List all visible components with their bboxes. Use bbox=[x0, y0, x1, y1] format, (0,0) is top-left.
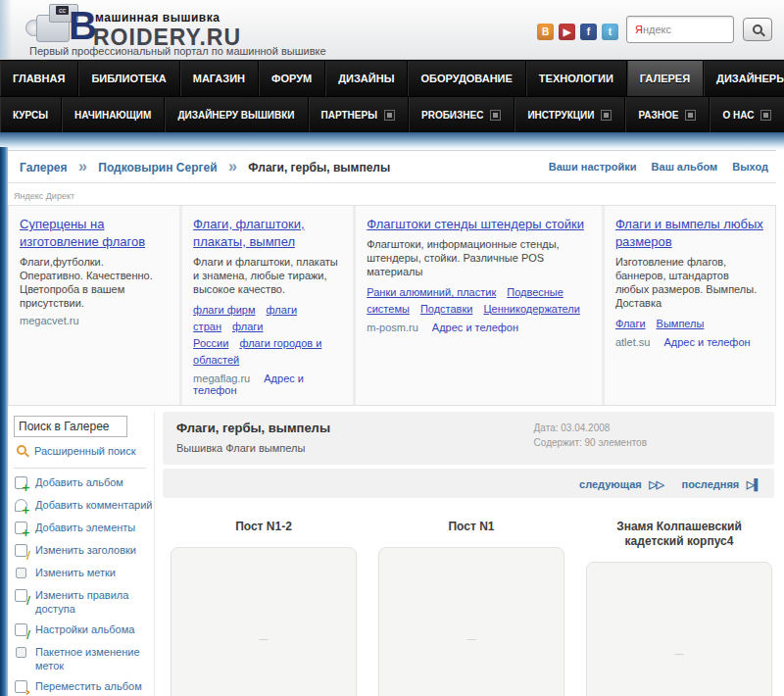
ad-title-link[interactable]: Флаги, флагштоки, плакаты, вымпел bbox=[193, 217, 305, 249]
yandex-search-input[interactable]: Яндекс bbox=[626, 16, 734, 43]
sidebar-menu-link[interactable]: Добавить комментарий bbox=[35, 498, 152, 512]
ad-body-text: Изготовление флагов, баннеров, штандарто… bbox=[615, 255, 764, 310]
sidebar-menu-item[interactable]: Переместить альбом bbox=[14, 679, 154, 695]
edit-labels-icon bbox=[14, 566, 30, 581]
gallery-item-title[interactable]: Пост N1-2 bbox=[171, 520, 357, 534]
sidebar-menu-item[interactable]: Настройки альбома bbox=[14, 622, 154, 638]
user-link[interactable]: Ваш альбом bbox=[652, 161, 718, 173]
ads-row: Суперцены на изготовление флагов Флаги,ф… bbox=[8, 205, 776, 406]
ad-sublink[interactable]: флаги фирм bbox=[193, 304, 255, 316]
ad-sublink[interactable]: Подставки bbox=[420, 303, 473, 315]
gallery-item-thumbnail[interactable]: — bbox=[586, 562, 772, 696]
breadcrumb-item[interactable]: Подковырин Сергей bbox=[94, 158, 244, 174]
last-page-link[interactable]: последняя bbox=[682, 478, 740, 490]
breadcrumb-item[interactable]: Галерея bbox=[20, 158, 94, 174]
user-link[interactable]: Ваши настройки bbox=[549, 161, 637, 173]
nav-item[interactable]: БИБЛИОТЕКА bbox=[78, 61, 179, 96]
ad-domain[interactable]: atlet.su bbox=[615, 336, 650, 348]
nav-item-label: ГАЛЕРЕЯ bbox=[640, 73, 690, 84]
ad-contact-link[interactable]: Адрес и телефон bbox=[432, 322, 518, 333]
twitter-icon[interactable]: t bbox=[602, 24, 618, 40]
gallery-item-title[interactable]: Знамя Колпашевский кадетский корпус4 bbox=[586, 520, 772, 549]
nav-item[interactable]: ДИЗАЙНЕРУ ВЫШИВКИ bbox=[165, 97, 308, 132]
youtube-icon[interactable]: ▶ bbox=[559, 24, 575, 40]
sidebar-menu-link[interactable]: Добавить альбом bbox=[35, 475, 123, 489]
page-content: Галерея Подковырин Сергей Флаги, гербы, … bbox=[8, 150, 776, 696]
edit-access-icon bbox=[14, 588, 30, 604]
nav-item[interactable]: НАЧИНАЮЩИМ bbox=[62, 97, 165, 132]
sidebar-menu-link[interactable]: Переместить альбом bbox=[35, 679, 142, 693]
ad-sublinks: флаги фирмфлаги странфлаги Россиифлаги г… bbox=[193, 301, 342, 368]
nav-item[interactable]: ОБОРУДОВАНИЕ bbox=[408, 61, 525, 96]
yandex-direct-label[interactable]: Яндекс Директ bbox=[8, 183, 776, 205]
sidebar-menu-item[interactable]: Добавить элементы bbox=[14, 521, 154, 536]
ad-domain[interactable]: megacvet.ru bbox=[20, 315, 79, 326]
sidebar-menu-link[interactable]: Добавить элементы bbox=[35, 521, 135, 534]
gallery-search-input[interactable] bbox=[14, 416, 127, 437]
sidebar-menu-item[interactable]: Добавить комментарий bbox=[14, 498, 154, 514]
ad-title-link[interactable]: Флаги и вымпелы любых размеров bbox=[615, 217, 763, 249]
sidebar-menu-link[interactable]: Изменить заголовки bbox=[35, 543, 136, 557]
ad-title-link[interactable]: Суперцены на изготовление флагов bbox=[20, 217, 145, 249]
nav-item-label: МАГАЗИН bbox=[193, 73, 245, 84]
gallery-item-thumbnail[interactable]: — bbox=[378, 547, 564, 696]
ad-sublink[interactable]: Флаги bbox=[615, 318, 646, 329]
user-links: Ваши настройкиВаш альбомВыход bbox=[549, 161, 768, 173]
breadcrumb-item-label: Подковырин Сергей bbox=[98, 161, 217, 174]
ad-block: Флаги, флагштоки, плакаты, вымпел Флаги … bbox=[182, 206, 353, 405]
sidebar-menu-link[interactable]: Пакетное изменение меток bbox=[35, 645, 154, 672]
nav-item[interactable]: ДИЗАЙНЕРЫ bbox=[704, 61, 784, 96]
ad-domain[interactable]: m-posm.ru bbox=[367, 322, 418, 333]
ad-sublink[interactable]: Ранки алюминий, пластик bbox=[367, 286, 496, 298]
advanced-search-link[interactable]: Расширенный поиск bbox=[34, 445, 136, 457]
gallery-item-title[interactable]: Пост N1 bbox=[378, 520, 564, 534]
add-elements-icon bbox=[14, 521, 30, 536]
nav-item[interactable]: ПАРТНЕРЫ bbox=[309, 97, 409, 132]
nav-item[interactable]: ФОРУМ bbox=[259, 61, 325, 96]
ad-title-link[interactable]: Флагштоки стенды штендеры стойки bbox=[367, 217, 584, 231]
sidebar-menu-item[interactable]: Пакетное изменение меток bbox=[14, 645, 154, 672]
sidebar-menu-item[interactable]: Добавить альбом bbox=[14, 475, 154, 491]
next-page-link[interactable]: следующая bbox=[579, 478, 642, 490]
user-link[interactable]: Выход bbox=[732, 161, 768, 173]
ad-contact-link[interactable]: Адрес и телефон bbox=[663, 336, 750, 348]
nav-item[interactable]: ИНСТРУКЦИИ bbox=[514, 97, 625, 132]
sidebar-menu-link[interactable]: Изменить метки bbox=[35, 566, 116, 579]
nav-item[interactable]: ГАЛЕРЕЯ bbox=[627, 61, 704, 96]
yandex-search-button[interactable] bbox=[743, 18, 772, 41]
dropdown-icon bbox=[601, 110, 612, 121]
nav-item[interactable]: ТЕХНОЛОГИИ bbox=[526, 61, 627, 96]
sidebar-menu-link[interactable]: Настройки альбома bbox=[35, 622, 134, 636]
nav-item[interactable]: ГЛАВНАЯ bbox=[0, 61, 78, 96]
breadcrumb-bar: Галерея Подковырин Сергей Флаги, гербы, … bbox=[8, 150, 776, 183]
sidebar-menu-item[interactable]: Изменить правила доступа bbox=[14, 588, 154, 616]
yandex-search: Яндекс bbox=[626, 16, 772, 43]
nav-item-label: ПАРТНЕРЫ bbox=[321, 110, 377, 121]
facebook-icon[interactable]: f bbox=[580, 24, 597, 40]
ad-footer: m-posm.ru Адрес и телефон bbox=[367, 322, 591, 333]
sidebar-menu-item[interactable]: Изменить заголовки bbox=[14, 543, 154, 559]
edit-titles-icon bbox=[14, 543, 30, 559]
blogger-icon[interactable]: B bbox=[537, 24, 554, 40]
last-page-icon[interactable]: ▷▌ bbox=[747, 478, 760, 490]
ad-block: Суперцены на изготовление флагов Флаги,ф… bbox=[9, 206, 179, 405]
nav-item[interactable]: ДИЗАЙНЫ bbox=[325, 61, 408, 96]
gallery-item-thumbnail[interactable]: — bbox=[171, 547, 357, 696]
nav-item[interactable]: О НАС bbox=[710, 97, 784, 132]
ad-sublink[interactable]: Ценникодержатели bbox=[483, 303, 579, 315]
sidebar-menu-link[interactable]: Изменить правила доступа bbox=[35, 588, 154, 616]
nav-item[interactable]: PROБИЗНЕС bbox=[409, 97, 514, 132]
site-tagline: Первый профессиональный портал по машинн… bbox=[29, 45, 326, 57]
sidebar-menu-item[interactable]: Изменить метки bbox=[14, 566, 154, 581]
logo-subtitle: машинная вышивка bbox=[95, 11, 220, 25]
next-page-icon[interactable]: ▷▷ bbox=[649, 478, 663, 490]
nav-item[interactable]: КУРСЫ bbox=[0, 97, 62, 132]
nav-item[interactable]: МАГАЗИН bbox=[180, 61, 259, 96]
ad-sublinks: Ранки алюминий, пластикПодвесные системы… bbox=[367, 283, 591, 317]
ad-footer: megacvet.ru bbox=[20, 315, 169, 326]
nav-item[interactable]: РАЗНОЕ bbox=[625, 97, 710, 132]
ad-sublink[interactable]: Вымпелы bbox=[657, 318, 705, 329]
ad-body-text: Флагштоки, информационные стенды, штенде… bbox=[367, 237, 591, 278]
social-icons: B▶ft bbox=[537, 24, 618, 40]
ad-domain[interactable]: megaflag.ru bbox=[193, 373, 250, 384]
